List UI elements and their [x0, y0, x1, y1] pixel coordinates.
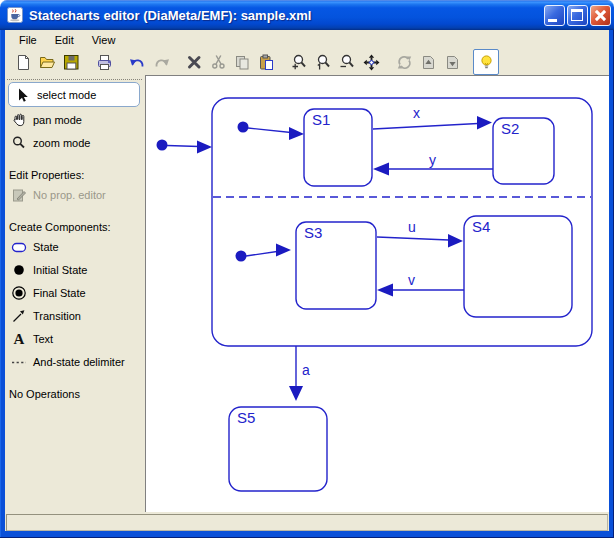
- open-button[interactable]: [35, 50, 59, 74]
- close-button[interactable]: [590, 5, 611, 26]
- sidebar-item-label: Transition: [33, 310, 81, 322]
- refresh-icon: [396, 54, 413, 71]
- initial-marker-s1[interactable]: [238, 122, 305, 141]
- save-button[interactable]: [59, 50, 83, 74]
- cursor-icon: [15, 87, 31, 103]
- sidebar-item-zoom-mode[interactable]: zoom mode: [7, 131, 143, 154]
- redo-button: [149, 50, 173, 74]
- transition-y[interactable]: y: [373, 152, 493, 176]
- sidebar-item-label: zoom mode: [33, 137, 90, 149]
- cut-button: [206, 50, 230, 74]
- transition-x[interactable]: x: [373, 105, 492, 130]
- no-prop-editor-label: No prop. editor: [33, 189, 106, 201]
- document-down-icon: [444, 54, 461, 71]
- undo-button[interactable]: [125, 50, 149, 74]
- initial-marker-outer[interactable]: [157, 140, 213, 154]
- java-cup-icon: [7, 7, 23, 23]
- diagram-canvas[interactable]: S1 S2 x: [145, 75, 609, 512]
- transition-label: a: [302, 362, 310, 378]
- state-s5[interactable]: S5: [229, 407, 327, 491]
- sidebar-item-final-state[interactable]: Final State: [7, 281, 143, 304]
- sidebar-item-text[interactable]: A Text: [7, 327, 143, 350]
- sidebar-item-label: State: [33, 241, 59, 253]
- sidebar-item-label: And-state delimiter: [33, 356, 125, 368]
- zoom-100-icon: [315, 54, 332, 71]
- window-title: Statecharts editor (DiaMeta/EMF): sample…: [29, 8, 542, 23]
- sidebar-item-select-mode[interactable]: select mode: [8, 82, 140, 107]
- transition-label: v: [408, 272, 415, 288]
- sidebar-item-label: Initial State: [33, 264, 87, 276]
- state-s2[interactable]: S2: [493, 118, 554, 184]
- paste-clipboard-icon: [258, 54, 275, 71]
- minimize-button[interactable]: [544, 5, 565, 26]
- dashed-line-icon: [11, 354, 27, 370]
- zoom-out-button[interactable]: [335, 50, 359, 74]
- page-down-button: [440, 50, 464, 74]
- new-document-icon: [15, 54, 32, 71]
- sidebar-item-and-state-delimiter[interactable]: And-state delimiter: [7, 350, 143, 373]
- initial-state-icon: [11, 262, 27, 278]
- sidebar-item-transition[interactable]: Transition: [7, 304, 143, 327]
- sidebar-item-label: Final State: [33, 287, 86, 299]
- print-button[interactable]: [92, 50, 116, 74]
- transition-v[interactable]: v: [377, 272, 464, 297]
- no-prop-editor-item: No prop. editor: [7, 183, 143, 206]
- titlebar[interactable]: Statecharts editor (DiaMeta/EMF): sample…: [0, 0, 614, 30]
- maximize-button[interactable]: [567, 5, 588, 26]
- menu-view[interactable]: View: [83, 31, 125, 49]
- menubar: File Edit View: [5, 30, 609, 49]
- create-components-label: Create Components:: [7, 214, 143, 235]
- no-operations-label: No Operations: [7, 381, 143, 402]
- refresh-button: [392, 50, 416, 74]
- light-bulb-icon: [478, 54, 495, 71]
- save-floppy-icon: [63, 54, 80, 71]
- transition-a[interactable]: a: [289, 346, 310, 401]
- pan-button[interactable]: [359, 50, 383, 74]
- copy-button: [230, 50, 254, 74]
- scissors-icon: [210, 54, 227, 71]
- new-button[interactable]: [11, 50, 35, 74]
- sidebar-item-pan-mode[interactable]: pan mode: [7, 108, 143, 131]
- state-s3[interactable]: S3: [296, 222, 376, 309]
- magnifier-icon: [11, 135, 27, 151]
- state-label: S1: [312, 111, 330, 128]
- zoom-in-icon: [291, 54, 308, 71]
- menu-file[interactable]: File: [10, 31, 46, 49]
- document-up-icon: [420, 54, 437, 71]
- toolbar: [5, 49, 609, 75]
- state-label: S3: [304, 224, 322, 241]
- transition-label: u: [408, 219, 416, 235]
- redo-icon: [153, 54, 170, 71]
- printer-icon: [96, 54, 113, 71]
- state-s1[interactable]: S1: [304, 109, 372, 186]
- edit-properties-label: Edit Properties:: [7, 162, 143, 183]
- pan-arrows-icon: [363, 54, 380, 71]
- final-state-icon: [11, 285, 27, 301]
- sidebar-item-state[interactable]: State: [7, 235, 143, 258]
- app-window: Statecharts editor (DiaMeta/EMF): sample…: [0, 0, 614, 538]
- hints-toggle-button[interactable]: [473, 49, 499, 75]
- sidebar-item-initial-state[interactable]: Initial State: [7, 258, 143, 281]
- zoom-actual-button[interactable]: [311, 50, 335, 74]
- paste-button[interactable]: [254, 50, 278, 74]
- transition-u[interactable]: u: [377, 219, 463, 248]
- transition-label: y: [429, 152, 436, 168]
- state-label: S5: [237, 409, 255, 426]
- sidebar-separator-dots: [7, 79, 142, 80]
- minimize-icon: [548, 19, 557, 22]
- initial-marker-s3[interactable]: [236, 244, 292, 262]
- svg-text:A: A: [14, 331, 25, 347]
- delete-x-icon: [186, 54, 203, 71]
- zoom-in-button[interactable]: [287, 50, 311, 74]
- text-icon: A: [11, 331, 27, 347]
- sidebar-item-label: select mode: [37, 89, 96, 101]
- delete-button[interactable]: [182, 50, 206, 74]
- transition-icon: [11, 308, 27, 324]
- state-s4[interactable]: S4: [464, 216, 572, 317]
- sidebar: select mode pan mode zoom mode: [5, 75, 145, 512]
- sidebar-item-label: Text: [33, 333, 53, 345]
- statusbar: [6, 514, 608, 531]
- page-up-button: [416, 50, 440, 74]
- menu-edit[interactable]: Edit: [46, 31, 83, 49]
- copy-icon: [234, 54, 251, 71]
